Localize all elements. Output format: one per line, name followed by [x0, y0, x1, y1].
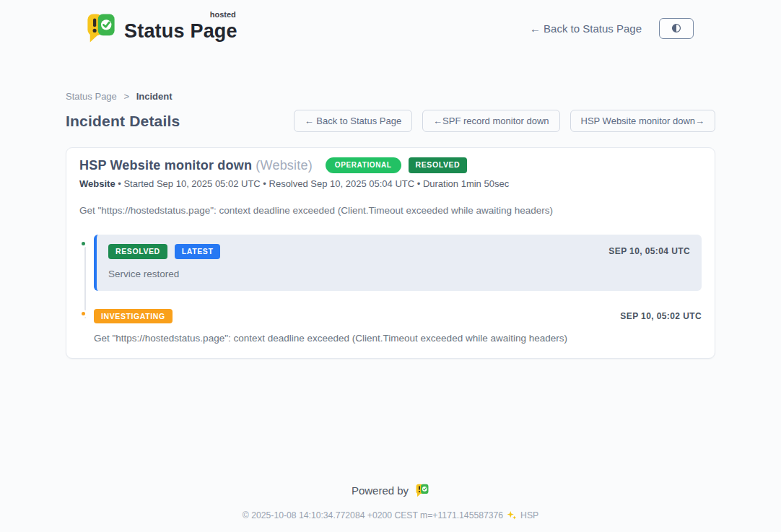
incident-meta-details: • Started Sep 10, 2025 05:02 UTC • Resol…	[118, 178, 509, 189]
incident-title: HSP Website monitor down	[79, 158, 252, 173]
breadcrumb-incident: Incident	[136, 91, 173, 102]
powered-by-logo-link[interactable]	[415, 483, 429, 498]
update-header: RESOLVED LATEST SEP 10, 05:04 UTC	[108, 244, 690, 259]
incident-description: Get "https://hostedstatus.page": context…	[79, 205, 702, 216]
incident-timeline: RESOLVED LATEST SEP 10, 05:04 UTC Servic…	[79, 235, 702, 344]
header: Status Page hosted ← Back to Status Page	[0, 0, 781, 45]
operational-badge: OPERATIONAL	[326, 157, 401, 173]
prev-incident-button[interactable]: ←SPF record monitor down	[422, 110, 559, 132]
powered-by-label: Powered by	[352, 484, 409, 497]
next-incident-button[interactable]: HSP Website monitor down→	[570, 110, 715, 132]
title-row: Incident Details ← Back to Status Page ←…	[66, 110, 715, 132]
resolved-badge: RESOLVED	[108, 244, 167, 259]
timeline-entry-resolved: RESOLVED LATEST SEP 10, 05:04 UTC Servic…	[79, 235, 702, 291]
update-message: Service restored	[108, 269, 690, 279]
timeline-entry-investigating: INVESTIGATING SEP 10, 05:02 UTC Get "htt…	[79, 308, 702, 344]
brand-wordmark: Status Page hosted	[124, 12, 237, 43]
breadcrumb: Status Page > Incident	[66, 91, 715, 102]
back-to-status-page-button[interactable]: ← Back to Status Page	[294, 110, 412, 132]
breadcrumb-status-page[interactable]: Status Page	[66, 91, 117, 102]
incident-nav-buttons: ← Back to Status Page ←SPF record monito…	[294, 110, 715, 132]
status-page-app: Status Page hosted ← Back to Status Page…	[0, 0, 781, 532]
incident-component-label: (Website)	[256, 158, 313, 173]
update-timestamp: SEP 10, 05:02 UTC	[620, 311, 702, 321]
incident-heading: HSP Website monitor down (Website)	[79, 158, 313, 173]
header-back-to-status-page-link[interactable]: ← Back to Status Page	[530, 22, 642, 35]
theme-toggle-button[interactable]	[659, 18, 694, 39]
incident-card: HSP Website monitor down (Website) OPERA…	[66, 147, 715, 359]
contrast-icon	[671, 22, 682, 34]
incident-meta-component: Website	[79, 178, 115, 189]
timeline-dot-orange	[79, 310, 87, 318]
investigating-badge: INVESTIGATING	[94, 309, 173, 324]
brand-logo[interactable]: Status Page hosted	[85, 12, 237, 45]
update-badges: INVESTIGATING	[94, 309, 173, 324]
incident-meta: Website • Started Sep 10, 2025 05:02 UTC…	[79, 178, 702, 189]
update-message: Get "https://hostedstatus.page": context…	[94, 333, 702, 344]
update-badges: RESOLVED LATEST	[108, 244, 220, 259]
incident-title-row: HSP Website monitor down (Website) OPERA…	[79, 157, 702, 173]
brand-hosted-label: hosted	[210, 10, 236, 19]
breadcrumb-separator: >	[123, 91, 129, 102]
brand-name: Status Page	[124, 20, 237, 42]
timeline-dot-green	[79, 240, 87, 248]
incident-status-badges: OPERATIONAL RESOLVED	[326, 157, 467, 173]
timeline-update-investigating: INVESTIGATING SEP 10, 05:02 UTC Get "htt…	[94, 308, 702, 344]
copyright-text: © 2025-10-08 14:10:34.772084 +0200 CEST …	[243, 510, 503, 520]
update-header: INVESTIGATING SEP 10, 05:02 UTC	[94, 309, 702, 324]
copyright-brand: HSP	[520, 510, 538, 520]
status-bubble-icon-small	[415, 483, 429, 498]
page-title: Incident Details	[66, 113, 180, 130]
latest-badge: LATEST	[175, 244, 221, 259]
header-actions: ← Back to Status Page	[530, 18, 694, 39]
timeline-connector	[84, 245, 86, 318]
sparkles-icon	[507, 510, 517, 520]
copyright-line: © 2025-10-08 14:10:34.772084 +0200 CEST …	[0, 510, 781, 520]
status-bubble-icon	[85, 12, 117, 45]
resolved-status-badge: RESOLVED	[409, 157, 468, 173]
powered-by: Powered by	[0, 483, 781, 498]
footer: Powered by © 2025-10-08 14:10:34.772084 …	[0, 483, 781, 520]
main-content: Status Page > Incident Incident Details …	[66, 91, 715, 359]
update-timestamp: SEP 10, 05:04 UTC	[608, 246, 690, 256]
timeline-update-latest: RESOLVED LATEST SEP 10, 05:04 UTC Servic…	[94, 235, 702, 291]
